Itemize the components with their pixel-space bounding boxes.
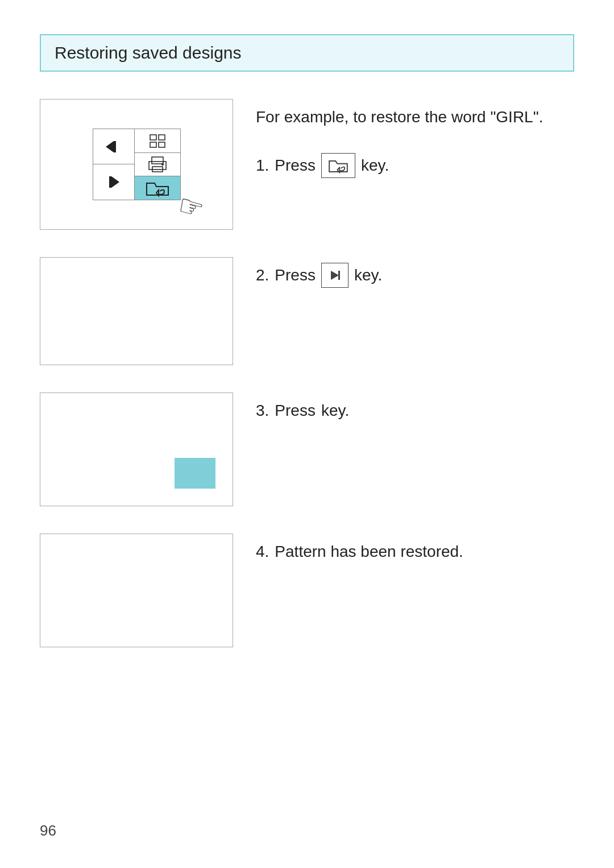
svg-marker-0	[106, 141, 114, 152]
step-2-key-box	[321, 263, 349, 288]
step-1-content: 1. Press key.	[256, 153, 389, 179]
svg-rect-13	[338, 271, 340, 280]
grid-r-icon	[149, 134, 166, 148]
intro-text: For example, to restore the word "GIRL".	[256, 105, 543, 130]
diagram-panel-3	[40, 392, 233, 506]
svg-point-11	[161, 163, 164, 166]
left-col	[93, 129, 135, 200]
step-1-key-box	[321, 153, 355, 178]
svg-rect-1	[114, 141, 116, 152]
page-container: Restoring saved designs	[0, 0, 614, 720]
key-ff	[93, 164, 134, 200]
keyboard-wrapper: ☞	[93, 129, 181, 200]
ff-icon	[105, 174, 123, 190]
key-print-r	[135, 153, 180, 176]
step-3-number: 3.	[256, 398, 269, 424]
step-3-instruction: 3. Press key.	[256, 392, 574, 424]
step-1-instruction: For example, to restore the word "GIRL".…	[256, 99, 574, 179]
step-4-content: 4. Pattern has been restored.	[256, 539, 463, 565]
step-4-row: 4. Pattern has been restored.	[40, 534, 574, 647]
page-number: 96	[40, 822, 56, 840]
next-key-icon	[329, 269, 341, 282]
key-rewind	[93, 129, 134, 164]
svg-marker-12	[331, 271, 339, 280]
page-title: Restoring saved designs	[55, 43, 242, 63]
step-2-content: 2. Press key.	[256, 263, 382, 288]
svg-rect-7	[159, 142, 165, 147]
finger-icon: ☞	[175, 190, 207, 224]
svg-rect-5	[159, 135, 165, 140]
rewind-icon	[105, 139, 123, 155]
svg-marker-2	[111, 176, 119, 188]
svg-rect-8	[152, 157, 163, 164]
key-grid-r	[135, 129, 180, 153]
svg-rect-4	[150, 135, 156, 140]
step-3-press: Press	[275, 398, 316, 424]
step-2-row: 2. Press key.	[40, 257, 574, 365]
step-1-key-text: key.	[361, 153, 389, 179]
title-bar: Restoring saved designs	[40, 34, 574, 72]
step-3-content: 3. Press key.	[256, 398, 349, 424]
diagram-panel-4	[40, 534, 233, 647]
restore-r-icon	[145, 178, 170, 199]
svg-rect-3	[109, 176, 111, 188]
step-1-number: 1.	[256, 153, 269, 179]
restore-key-icon	[327, 156, 349, 175]
step-4-number: 4.	[256, 539, 269, 565]
teal-highlight-rect	[175, 458, 215, 489]
step-4-text: Pattern has been restored.	[275, 539, 463, 565]
step-2-press: Press	[275, 263, 316, 288]
step-1-row: ☞ For example, to restore the word "GIRL…	[40, 99, 574, 230]
step-1-press: Press	[275, 153, 316, 179]
step-2-number: 2.	[256, 263, 269, 288]
diagram-panel-1: ☞	[40, 99, 233, 230]
step-4-instruction: 4. Pattern has been restored.	[256, 534, 574, 565]
key-restore-r: ☞	[135, 176, 180, 200]
diagram-panel-2	[40, 257, 233, 365]
step-3-key-text: key.	[321, 398, 349, 424]
print-r-icon	[148, 156, 167, 173]
svg-rect-6	[150, 142, 156, 147]
step-2-key-text: key.	[354, 263, 382, 288]
right-col: ☞	[135, 129, 180, 200]
step-3-row: 3. Press key.	[40, 392, 574, 506]
step-2-instruction: 2. Press key.	[256, 257, 574, 288]
